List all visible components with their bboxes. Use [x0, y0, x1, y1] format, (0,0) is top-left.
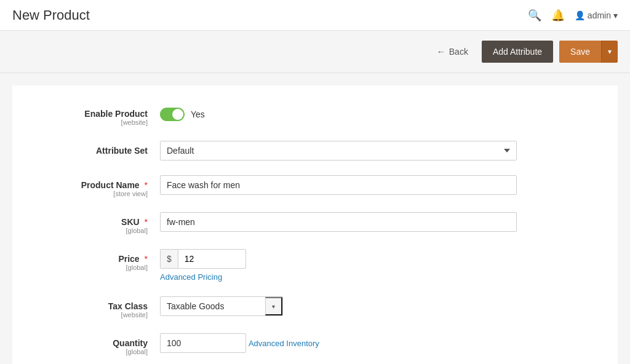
- back-button[interactable]: ← Back: [429, 42, 476, 61]
- page-title: New Product: [12, 7, 90, 23]
- enable-product-label: Enable Product [website]: [37, 104, 160, 126]
- quantity-control: Advanced Inventory: [160, 333, 517, 353]
- attribute-set-control: Default: [160, 141, 517, 160]
- price-input-group: $: [160, 249, 246, 269]
- enable-product-row: Enable Product [website] Yes: [37, 104, 593, 126]
- sku-input[interactable]: [160, 212, 517, 232]
- tax-class-control: Taxable Goods ▾: [160, 296, 517, 316]
- sku-control: [160, 212, 517, 232]
- search-icon[interactable]: 🔍: [528, 9, 541, 22]
- save-dropdown-icon: ▾: [608, 47, 612, 56]
- product-name-label: Product Name * [store view]: [37, 175, 160, 197]
- sku-required: *: [145, 217, 148, 227]
- price-input[interactable]: [178, 250, 234, 268]
- user-dropdown-icon: ▾: [613, 10, 618, 20]
- price-row: Price * [global] $ Advanced Pricing: [37, 249, 593, 282]
- quantity-row: Quantity [global] Advanced Inventory: [37, 333, 593, 355]
- header-actions: 🔍 🔔 👤 admin ▾: [528, 9, 618, 22]
- attribute-set-label: Attribute Set: [37, 141, 160, 156]
- save-dropdown-button[interactable]: ▾: [601, 41, 618, 63]
- attribute-set-select[interactable]: Default: [160, 141, 517, 160]
- sku-row: SKU * [global]: [37, 212, 593, 234]
- add-attribute-button[interactable]: Add Attribute: [482, 41, 553, 63]
- save-button[interactable]: Save: [559, 41, 601, 63]
- quantity-label: Quantity [global]: [37, 333, 160, 355]
- advanced-inventory-link[interactable]: Advanced Inventory: [249, 339, 319, 348]
- user-icon: 👤: [575, 10, 585, 20]
- price-required: *: [145, 254, 148, 264]
- product-name-control: [160, 175, 517, 195]
- attribute-set-row: Attribute Set Default: [37, 141, 593, 160]
- tax-class-dropdown-button[interactable]: ▾: [265, 297, 282, 315]
- main-content: Enable Product [website] Yes Attribute S…: [12, 85, 618, 364]
- toolbar: ← Back Add Attribute Save ▾: [0, 31, 630, 73]
- bell-icon[interactable]: 🔔: [551, 9, 565, 22]
- top-header: New Product 🔍 🔔 👤 admin ▾: [0, 0, 630, 31]
- enable-product-control: Yes: [160, 104, 517, 121]
- product-name-row: Product Name * [store view]: [37, 175, 593, 197]
- product-name-required: *: [145, 180, 148, 190]
- sku-label: SKU * [global]: [37, 212, 160, 234]
- price-control: $ Advanced Pricing: [160, 249, 517, 282]
- admin-user-menu[interactable]: 👤 admin ▾: [575, 10, 618, 20]
- back-arrow-icon: ←: [437, 47, 445, 57]
- enable-product-toggle[interactable]: [160, 108, 185, 121]
- product-name-input[interactable]: [160, 175, 517, 195]
- price-symbol: $: [161, 250, 178, 268]
- save-button-group: Save ▾: [559, 41, 618, 63]
- advanced-pricing-link[interactable]: Advanced Pricing: [160, 272, 222, 282]
- price-label: Price * [global]: [37, 249, 160, 271]
- tax-class-select-group: Taxable Goods ▾: [160, 296, 283, 316]
- tax-class-value: Taxable Goods: [161, 297, 265, 315]
- tax-class-label: Tax Class [website]: [37, 296, 160, 318]
- tax-class-row: Tax Class [website] Taxable Goods ▾: [37, 296, 593, 318]
- enable-product-toggle-label: Yes: [191, 109, 205, 119]
- quantity-input[interactable]: [160, 333, 246, 353]
- admin-username: admin: [588, 10, 611, 20]
